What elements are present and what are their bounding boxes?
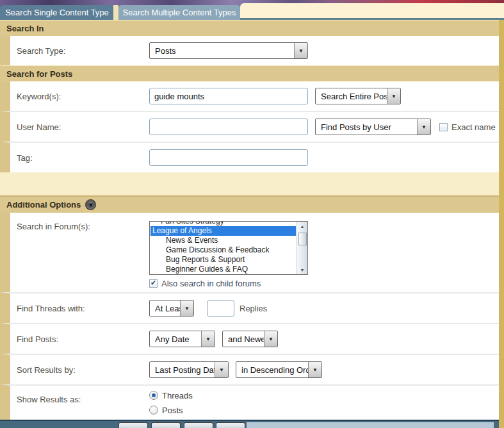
username-input[interactable] (149, 119, 308, 135)
bottom-bar-panel (247, 422, 494, 428)
post-date-select[interactable]: Any Date ▼ (149, 331, 215, 347)
tag-label: Tag: (17, 153, 33, 163)
right-edge-strip (499, 20, 504, 428)
replies-label: Replies (240, 304, 267, 313)
section-spacer (0, 172, 499, 195)
search-form: Search In Search Type: Posts ▼ Search fo… (0, 20, 499, 428)
child-forums-checkbox[interactable]: ✔ (149, 279, 158, 288)
tab-divider (113, 5, 118, 20)
child-forums-label: Also search in child forums (161, 279, 261, 288)
bottom-button[interactable] (118, 422, 148, 428)
row-show-results-as: Show Results as: Threads Posts (0, 384, 499, 420)
dropdown-arrow-icon[interactable]: ▼ (387, 88, 400, 104)
dropdown-arrow-icon[interactable]: ▼ (180, 300, 193, 316)
checkmark-icon: ✔ (150, 279, 156, 286)
exact-name-label: Exact name (451, 122, 496, 132)
sort-order-select[interactable]: in Descending Order ▼ (236, 361, 322, 378)
date-direction-select[interactable]: and Newer ▼ (222, 331, 278, 347)
search-type-label: Search Type: (17, 46, 65, 56)
tab-bar-filler (240, 3, 504, 18)
bottom-button[interactable] (216, 422, 245, 428)
bottom-button[interactable] (184, 422, 213, 428)
keyword-input[interactable] (149, 88, 308, 104)
tab-bar-underline (240, 18, 504, 20)
list-item-selected[interactable]: League of Angels (150, 226, 296, 236)
scrollbar-thumb[interactable] (298, 233, 307, 245)
scroll-down-icon[interactable]: ▼ (297, 265, 307, 274)
listbox-scrollbar[interactable]: ▲ ▼ (297, 222, 307, 274)
forum-multiselect-listbox[interactable]: Fan Sites Strategy League of Angels News… (149, 221, 308, 275)
dropdown-arrow-icon[interactable]: ▼ (417, 119, 430, 135)
keyword-scope-select[interactable]: Search Entire Posts ▼ (315, 88, 401, 104)
tab-bar: Search Single Content Type Search Multip… (0, 0, 504, 20)
forum-search-page: Search Single Content Type Search Multip… (0, 0, 504, 428)
username-mode-select[interactable]: Find Posts by User ▼ (315, 119, 431, 135)
keyword-label: Keyword(s): (17, 92, 61, 101)
username-label: User Name: (17, 122, 61, 132)
scroll-up-icon[interactable]: ▲ (297, 222, 307, 231)
sort-field-select[interactable]: Last Posting Date ▼ (149, 361, 229, 378)
dropdown-arrow-icon[interactable]: ▼ (215, 362, 228, 377)
keyword-scope-selected-value: Search Entire Posts (316, 88, 387, 104)
row-find-threads-with: Find Threads with: At Least ▼ Replies (0, 292, 499, 323)
list-item[interactable]: Fan Sites Strategy (150, 222, 296, 226)
sort-order-selected-value: in Descending Order (236, 362, 308, 377)
tab-search-single-content-type[interactable]: Search Single Content Type (0, 5, 114, 20)
bottom-action-bar (0, 420, 499, 428)
row-tag: Tag: (0, 142, 499, 172)
section-title: Search In (6, 24, 44, 33)
exact-name-checkbox[interactable]: ✔ (439, 123, 448, 131)
dropdown-arrow-icon[interactable]: ▼ (201, 331, 215, 347)
find-posts-label: Find Posts: (17, 334, 58, 344)
threads-radio[interactable] (149, 391, 158, 400)
bottom-button[interactable] (151, 422, 181, 428)
row-sort-results: Sort Results by: Last Posting Date ▼ in … (0, 354, 499, 384)
threads-radio-label: Threads (162, 391, 193, 400)
section-header-search-for-posts: Search for Posts (0, 65, 499, 81)
post-date-selected-value: Any Date (150, 331, 201, 347)
show-results-label: Show Results as: (17, 395, 81, 404)
section-title: Search for Posts (6, 69, 72, 79)
row-search-in-forums: Search in Forum(s): Fan Sites Strategy L… (0, 213, 499, 292)
search-type-selected-value: Posts (150, 43, 294, 58)
dropdown-arrow-icon[interactable]: ▼ (294, 43, 307, 58)
find-threads-label: Find Threads with: (17, 304, 85, 313)
sort-results-label: Sort Results by: (17, 365, 76, 375)
reply-comparator-select[interactable]: At Least ▼ (149, 300, 194, 317)
dropdown-arrow-icon[interactable]: ▼ (308, 362, 321, 377)
search-type-select[interactable]: Posts ▼ (149, 42, 308, 59)
posts-radio[interactable] (149, 406, 158, 415)
collapse-section-button[interactable]: ▾ (85, 199, 96, 210)
section-header-additional-options: Additional Options ▾ (0, 195, 499, 213)
reply-comparator-selected-value: At Least (150, 300, 180, 316)
tab-search-multiple-content-types[interactable]: Search Multiple Content Types (118, 5, 240, 20)
date-direction-selected-value: and Newer (223, 331, 264, 347)
row-find-posts: Find Posts: Any Date ▼ and Newer ▼ (0, 323, 499, 354)
chevron-down-icon: ▾ (89, 202, 92, 208)
dropdown-arrow-icon[interactable]: ▼ (264, 331, 277, 347)
list-item[interactable]: Bug Reports & Support (150, 255, 296, 265)
list-item[interactable]: Game Discussion & Feedback (150, 245, 296, 255)
row-search-type: Search Type: Posts ▼ (0, 36, 499, 65)
username-mode-selected-value: Find Posts by User (316, 119, 417, 135)
row-keyword: Keyword(s): Search Entire Posts ▼ (0, 81, 499, 111)
tag-input[interactable] (149, 149, 308, 166)
forum-list: Fan Sites Strategy League of Angels News… (150, 222, 296, 274)
posts-radio-label: Posts (162, 406, 183, 415)
sort-field-selected-value: Last Posting Date (150, 362, 215, 377)
forums-label: Search in Forum(s): (17, 222, 90, 231)
row-username: User Name: Find Posts by User ▼ ✔ Exact … (0, 111, 499, 142)
replies-count-input[interactable] (207, 300, 234, 317)
list-item[interactable]: Beginner Guides & FAQ (150, 265, 296, 274)
section-header-search-in: Search In (0, 20, 499, 36)
list-item[interactable]: News & Events (150, 236, 296, 245)
section-title: Additional Options (6, 200, 81, 210)
